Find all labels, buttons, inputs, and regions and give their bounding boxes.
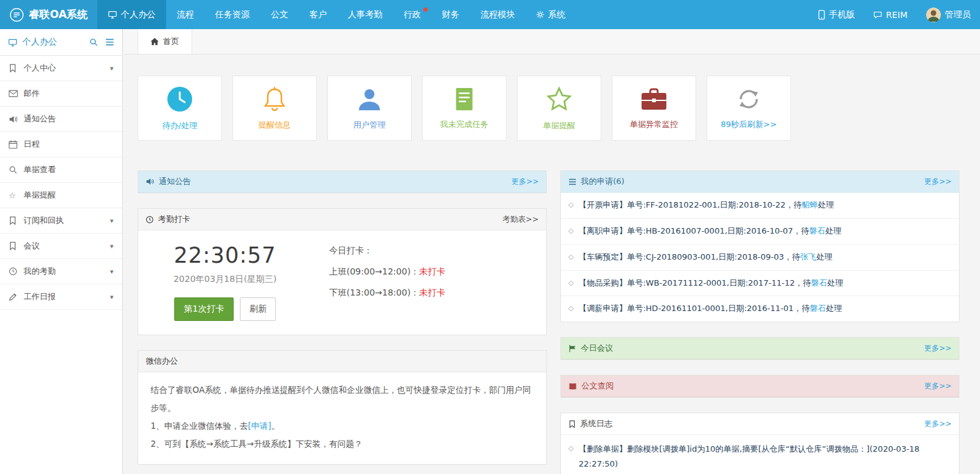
- quickcard-bill-reminder[interactable]: 单据提醒: [517, 76, 601, 141]
- quickcard-bill-monitor[interactable]: 单据异常监控: [612, 76, 696, 141]
- app-logo[interactable]: 睿联OA系统: [0, 0, 97, 29]
- system-log-title: 系统日志: [568, 418, 612, 429]
- search-icon[interactable]: [89, 38, 98, 46]
- quickcard-unfinished-tasks[interactable]: 我未完成任务: [422, 76, 506, 141]
- chevron-down-icon: ▾: [110, 268, 113, 276]
- refresh-icon: [736, 87, 762, 112]
- search-icon: [9, 165, 24, 174]
- nav-customers[interactable]: 客户: [299, 0, 337, 29]
- shift1-status-row: 上班(09:00→12:00)：未打卡: [329, 266, 445, 278]
- quickcard-reminders[interactable]: 提醒信息: [232, 76, 317, 141]
- chat-bubble-logo-icon: [9, 7, 24, 22]
- punch-in-button[interactable]: 第1次打卡: [174, 297, 234, 321]
- user-menu[interactable]: 管理员: [917, 0, 980, 29]
- nav-documents[interactable]: 公文: [260, 0, 299, 29]
- syslog-list-item[interactable]: ◇ 【删除单据】删除模块[调拨单]id为10的单据,摘要[从仓库“默认仓库”调拨…: [561, 435, 959, 474]
- today-meetings-title: 今日会议: [568, 343, 613, 354]
- application-list-item[interactable]: ◇ 【离职申请】单号:HB-20161007-0001,日期:2016-10-0…: [561, 219, 959, 245]
- top-navigation: 个人办公 流程 任务资源 公文 客户 人事考勤 行政 财务 流程模块 系统: [97, 0, 576, 29]
- application-list-item[interactable]: ◇ 【调薪申请】单号:HD-20161101-0001,日期:2016-11-0…: [561, 296, 959, 322]
- main-area: 首页 待办/处理 提醒信息 用户管理 我未完成任务 单据提: [123, 29, 980, 474]
- quickcard-todo[interactable]: 待办/处理: [138, 76, 222, 141]
- wechat-office-panel: 微信办公 结合了睿联OA系统，单据待办推送提醒到个人微信和企业微信上，也可快捷登…: [138, 350, 547, 465]
- my-applications-title: 我的申请(6): [568, 176, 624, 187]
- sidebar-item-meetings[interactable]: 会议 ▾: [0, 234, 122, 259]
- handler-link[interactable]: 磐石: [809, 226, 825, 235]
- chevron-down-icon: ▾: [110, 242, 113, 250]
- tab-bar: 首页: [123, 29, 980, 55]
- journal-icon: [452, 87, 476, 112]
- application-list-item[interactable]: ◇ 【物品采购】单号:WB-20171112-0001,日期:2017-11-1…: [561, 271, 959, 297]
- shift2-status-row: 下班(13:00→18:00)：未打卡: [329, 287, 445, 299]
- nav-finance[interactable]: 财务: [431, 0, 470, 29]
- nav-workflow-modules[interactable]: 流程模块: [470, 0, 526, 29]
- apply-link[interactable]: [申请]: [248, 421, 271, 431]
- tab-home[interactable]: 首页: [138, 29, 192, 54]
- sidebar-item-bill-search[interactable]: 单据查看: [0, 157, 122, 183]
- today-meetings-panel: 今日会议 更多>>: [560, 337, 960, 360]
- application-list-item[interactable]: ◇ 【车辆预定】单号:CJ-20180903-001,日期:2018-09-03…: [561, 245, 959, 271]
- handler-link[interactable]: 张飞: [800, 252, 816, 261]
- refresh-button[interactable]: 刷新: [240, 297, 276, 321]
- sidebar-header: 个人办公: [0, 29, 122, 56]
- avatar: [926, 7, 941, 22]
- my-applications-panel: 我的申请(6) 更多>> ◇ 【开票申请】单号:FF-20181022-001,…: [560, 170, 960, 322]
- sidebar-item-announcements[interactable]: 通知公告: [0, 107, 122, 132]
- handler-link[interactable]: 磐石: [810, 304, 826, 313]
- handler-link[interactable]: 磐石: [811, 278, 827, 287]
- quickcard-refresh[interactable]: 89秒后刷新>>: [707, 76, 791, 141]
- quickcard-user-management[interactable]: 用户管理: [327, 76, 412, 141]
- syslog-list: ◇ 【删除单据】删除模块[调拨单]id为10的单据,摘要[从仓库“默认仓库”调拨…: [561, 435, 959, 474]
- syslog-more-link[interactable]: 更多>>: [924, 419, 951, 429]
- book-icon: [568, 382, 577, 390]
- diamond-bullet-icon: ◇: [568, 252, 573, 262]
- bell-icon: [262, 86, 287, 112]
- gear-icon: [536, 11, 544, 19]
- notice-more-link[interactable]: 更多>>: [511, 177, 539, 187]
- attendance-panel: 考勤打卡 考勤表>> 22:30:57 2020年03月18日(星期三) 第1次…: [138, 208, 547, 335]
- mobile-version-button[interactable]: 手机版: [809, 0, 864, 29]
- handler-link[interactable]: 貂蝉: [801, 200, 818, 209]
- nav-workflow[interactable]: 流程: [166, 0, 205, 29]
- menu-bars-icon[interactable]: [105, 38, 114, 46]
- desktop-icon: [108, 10, 117, 19]
- notification-dot: [423, 7, 428, 12]
- nav-system[interactable]: 系统: [526, 0, 576, 29]
- document-review-panel: 公文查阅 更多>>: [560, 375, 960, 398]
- clock-icon: [9, 267, 24, 276]
- nav-administration[interactable]: 行政: [393, 0, 431, 29]
- documents-more-link[interactable]: 更多>>: [924, 381, 951, 392]
- applications-list: ◇ 【开票申请】单号:FF-20181022-001,日期:2018-10-22…: [561, 193, 959, 322]
- user-icon: [356, 86, 382, 112]
- wechat-office-content: 结合了睿联OA系统，单据待办推送提醒到个人微信和企业微信上，也可快捷登录定位打卡…: [138, 372, 546, 464]
- bookmark-icon: [9, 242, 24, 250]
- sidebar-item-bill-reminder[interactable]: ☆ 单据提醒: [0, 183, 122, 208]
- sidebar-item-mail[interactable]: 邮件: [0, 81, 122, 107]
- nav-personal-office[interactable]: 个人办公: [97, 0, 166, 29]
- applications-more-link[interactable]: 更多>>: [924, 177, 951, 187]
- calendar-icon: [9, 140, 24, 149]
- attendance-sheet-link[interactable]: 考勤表>>: [503, 214, 539, 225]
- sidebar-item-personal-center[interactable]: 个人中心 ▾: [0, 56, 122, 81]
- nav-hr-attendance[interactable]: 人事考勤: [337, 0, 393, 29]
- mobile-phone-icon: [818, 10, 825, 20]
- sidebar-item-work-daily[interactable]: 工作日报 ▾: [0, 284, 122, 310]
- chevron-down-icon: ▾: [110, 217, 113, 225]
- right-column: 我的申请(6) 更多>> ◇ 【开票申请】单号:FF-20181022-001,…: [560, 170, 960, 474]
- application-list-item[interactable]: ◇ 【开票申请】单号:FF-20181022-001,日期:2018-10-22…: [561, 193, 959, 219]
- diamond-bullet-icon: ◇: [568, 303, 573, 314]
- star-icon: [545, 86, 573, 113]
- sidebar-title: 个人办公: [22, 37, 82, 48]
- topbar: 睿联OA系统 个人办公 流程 任务资源 公文 客户 人事考勤 行政 财务 流程模…: [0, 0, 980, 29]
- desktop-icon: [8, 38, 17, 47]
- notice-panel: 通知公告 更多>>: [138, 170, 547, 193]
- sidebar-item-subscriptions[interactable]: 订阅和回执 ▾: [0, 208, 122, 234]
- attendance-body: 22:30:57 2020年03月18日(星期三) 第1次打卡 刷新 今日打卡：…: [138, 230, 546, 335]
- reim-button[interactable]: REIM: [864, 0, 917, 29]
- nav-task-resources[interactable]: 任务资源: [205, 0, 260, 29]
- meetings-more-link[interactable]: 更多>>: [924, 343, 951, 354]
- speaker-icon: [146, 178, 154, 185]
- sidebar-item-my-attendance[interactable]: 我的考勤 ▾: [0, 259, 122, 284]
- sidebar-item-calendar[interactable]: 日程: [0, 132, 122, 157]
- diamond-bullet-icon: ◇: [568, 200, 573, 210]
